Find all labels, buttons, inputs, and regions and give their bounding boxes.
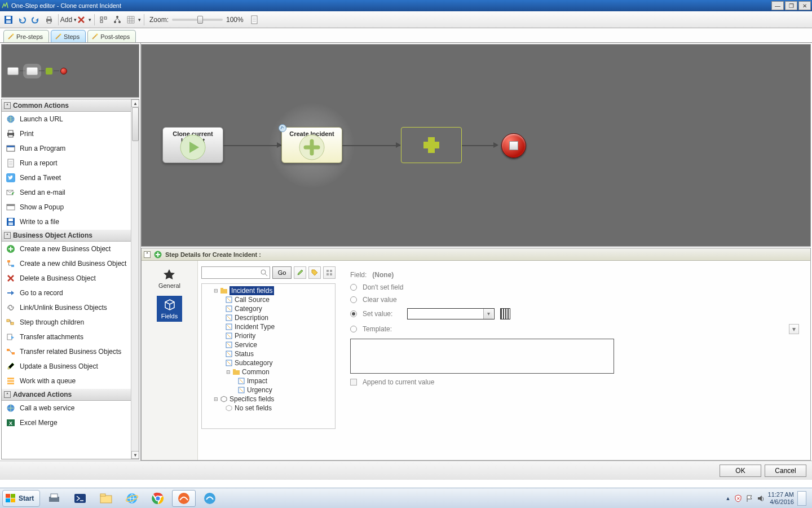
- redo-icon[interactable]: [29, 14, 42, 26]
- action-link-bo[interactable]: Link/Unlink Business Objects: [2, 300, 131, 315]
- action-show-popup[interactable]: Show a Popup: [2, 200, 131, 214]
- tree-node-incident-fields[interactable]: ⊟Incident fields: [203, 286, 334, 295]
- chevron-down-icon[interactable]: ▾: [89, 17, 91, 23]
- grid-icon[interactable]: [323, 266, 336, 279]
- tree-node-common[interactable]: ⊟Common: [203, 367, 334, 376]
- tree-field[interactable]: Urgency: [203, 386, 334, 395]
- append-checkbox[interactable]: [350, 379, 357, 386]
- tab-post-steps[interactable]: Post-steps: [87, 30, 136, 42]
- template-textarea[interactable]: [350, 339, 614, 374]
- flag-icon[interactable]: [745, 494, 753, 502]
- maximize-button[interactable]: ❐: [785, 1, 797, 10]
- end-node[interactable]: [501, 133, 526, 158]
- tree-node-specifics[interactable]: ⊟Specifics fields: [203, 395, 334, 404]
- scroll-up-icon[interactable]: ▲: [131, 99, 139, 107]
- tree-icon[interactable]: [111, 14, 123, 26]
- tree-field[interactable]: Status: [203, 349, 334, 358]
- tab-pre-steps[interactable]: Pre-steps: [3, 30, 49, 42]
- taskbar-app[interactable]: [146, 490, 170, 507]
- undo-icon[interactable]: [16, 14, 28, 26]
- minimize-button[interactable]: —: [771, 1, 784, 10]
- close-button[interactable]: ✕: [798, 1, 811, 10]
- tree-field[interactable]: Service: [203, 340, 334, 349]
- field-search-input[interactable]: [201, 266, 270, 279]
- action-create-bo[interactable]: Create a new Business Object: [2, 242, 131, 256]
- volume-icon[interactable]: [757, 494, 765, 502]
- window-title: One-Step editor - Clone current Incident: [11, 2, 121, 9]
- barcode-icon[interactable]: [500, 308, 510, 319]
- action-send-tweet[interactable]: Send a Tweet: [2, 170, 131, 185]
- details-tab-fields[interactable]: Fields: [157, 296, 182, 322]
- shield-icon[interactable]: ✕: [734, 494, 742, 502]
- action-write-file[interactable]: Write to a file: [2, 214, 131, 229]
- action-webservice[interactable]: Call a web service: [2, 401, 131, 415]
- action-delete-bo[interactable]: Delete a Business Object: [2, 271, 131, 286]
- print-icon[interactable]: [43, 14, 55, 26]
- scroll-down-icon[interactable]: ▼: [131, 451, 139, 459]
- taskbar-app-active[interactable]: [172, 490, 196, 507]
- align-icon[interactable]: [98, 14, 110, 26]
- save-icon[interactable]: [2, 14, 15, 26]
- tag-icon[interactable]: [308, 266, 321, 279]
- edit-icon[interactable]: [294, 266, 306, 279]
- action-update-bo[interactable]: Update a Business Object: [2, 359, 131, 374]
- action-queue[interactable]: Work with a queue: [2, 374, 131, 388]
- value-combo[interactable]: [407, 308, 495, 319]
- tree-field[interactable]: Description: [203, 313, 334, 322]
- overview-thumbnail[interactable]: [1, 44, 139, 98]
- taskbar-app[interactable]: [198, 490, 222, 507]
- radio-template[interactable]: [350, 326, 357, 332]
- action-run-program[interactable]: Run a Program: [2, 141, 131, 156]
- action-transfer-related[interactable]: Transfer related Business Objects: [2, 344, 131, 359]
- tree-node-noset[interactable]: No set fields: [203, 404, 334, 413]
- radio-clear[interactable]: [350, 296, 357, 303]
- tab-steps[interactable]: Steps: [51, 30, 86, 42]
- action-launch-url[interactable]: Launch a URL: [2, 112, 131, 126]
- step-create-incident[interactable]: Create Incident: [281, 127, 342, 163]
- scrollbar[interactable]: ▲ ▼: [131, 99, 139, 459]
- workflow-canvas[interactable]: Clone current Incident Create Incident: [141, 44, 811, 247]
- action-send-email[interactable]: Send an e-mail: [2, 185, 131, 200]
- taskbar-app[interactable]: [68, 490, 92, 507]
- chevron-down-icon[interactable]: ▾: [138, 17, 141, 23]
- action-run-report[interactable]: Run a report: [2, 156, 131, 170]
- action-step-children[interactable]: Step through children: [2, 315, 131, 330]
- action-transfer-attach[interactable]: Transfer attachments: [2, 330, 131, 344]
- cancel-button[interactable]: Cancel: [765, 465, 806, 477]
- collapse-icon[interactable]: ˄: [144, 251, 151, 258]
- clock[interactable]: 11:27 AM 4/6/2016: [768, 491, 794, 506]
- details-tab-general[interactable]: General: [154, 266, 185, 291]
- radio-set-value[interactable]: [350, 310, 357, 317]
- action-print[interactable]: Print: [2, 126, 131, 141]
- action-excel-merge[interactable]: XExcel Merge: [2, 415, 131, 430]
- zoom-slider[interactable]: [172, 19, 223, 21]
- radio-dont-set[interactable]: [350, 284, 357, 291]
- scrollbar-thumb[interactable]: [132, 107, 139, 141]
- tray-icon[interactable]: ▲: [726, 496, 731, 501]
- tree-field[interactable]: Priority: [203, 331, 334, 340]
- fit-icon[interactable]: [248, 14, 261, 26]
- action-create-child-bo[interactable]: Create a new child Business Object: [2, 256, 131, 271]
- action-goto-record[interactable]: Go to a record: [2, 286, 131, 300]
- dropdown-icon[interactable]: ▾: [789, 324, 799, 334]
- taskbar-app[interactable]: [94, 490, 118, 507]
- step-clone-incident[interactable]: Clone current Incident: [162, 127, 223, 163]
- section-advanced-actions[interactable]: ˄ Advanced Actions: [2, 388, 131, 401]
- grid-icon[interactable]: [125, 14, 137, 26]
- ok-button[interactable]: OK: [720, 465, 761, 477]
- tree-field[interactable]: Incident Type: [203, 322, 334, 331]
- taskbar-app[interactable]: [120, 490, 144, 507]
- taskbar-app[interactable]: [42, 490, 66, 507]
- section-common-actions[interactable]: ˄ Common Actions: [2, 99, 131, 112]
- tree-field[interactable]: Subcategory: [203, 358, 334, 367]
- show-desktop-button[interactable]: [797, 491, 806, 506]
- tree-field[interactable]: Impact: [203, 376, 334, 386]
- add-step-placeholder[interactable]: [401, 127, 462, 163]
- tree-field[interactable]: Call Source: [203, 295, 334, 304]
- section-bo-actions[interactable]: ˄ Business Object Actions: [2, 229, 131, 242]
- start-button[interactable]: Start: [2, 490, 40, 507]
- go-button[interactable]: Go: [272, 266, 292, 279]
- tree-field[interactable]: Category: [203, 304, 334, 313]
- add-button[interactable]: Add ▾: [61, 14, 74, 26]
- delete-icon[interactable]: [75, 14, 87, 26]
